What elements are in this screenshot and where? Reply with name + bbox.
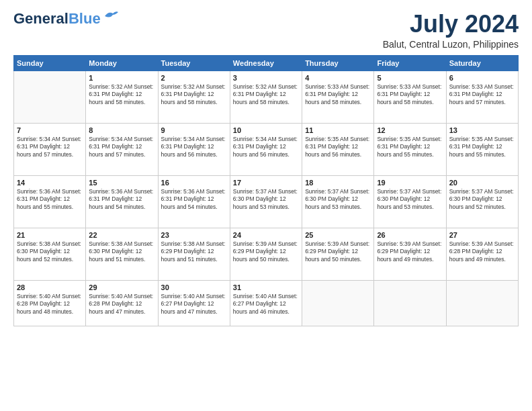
day-info: Sunrise: 5:32 AM Sunset: 6:31 PM Dayligh… [233, 83, 299, 106]
calendar-cell-2-1: 7Sunrise: 5:34 AM Sunset: 6:31 PM Daylig… [14, 123, 86, 175]
day-number: 30 [161, 283, 227, 291]
day-number: 22 [89, 231, 154, 239]
calendar-cell-5-3: 30Sunrise: 5:40 AM Sunset: 6:27 PM Dayli… [158, 280, 230, 326]
day-number: 9 [161, 126, 227, 134]
calendar-cell-5-2: 29Sunrise: 5:40 AM Sunset: 6:28 PM Dayli… [86, 280, 158, 326]
day-number: 20 [449, 179, 515, 187]
day-number: 24 [233, 231, 299, 239]
day-info: Sunrise: 5:39 AM Sunset: 6:29 PM Dayligh… [233, 240, 299, 263]
day-info: Sunrise: 5:38 AM Sunset: 6:29 PM Dayligh… [161, 240, 227, 263]
day-info: Sunrise: 5:33 AM Sunset: 6:31 PM Dayligh… [305, 83, 371, 106]
week-row-5: 28Sunrise: 5:40 AM Sunset: 6:28 PM Dayli… [14, 280, 519, 326]
calendar-cell-4-1: 21Sunrise: 5:38 AM Sunset: 6:30 PM Dayli… [14, 228, 86, 280]
header-sunday: Sunday [14, 55, 86, 71]
day-info: Sunrise: 5:34 AM Sunset: 6:31 PM Dayligh… [89, 136, 154, 158]
calendar-page: GeneralBlue July 2024 Balut, Central Luz… [0, 0, 532, 411]
calendar-cell-3-3: 16Sunrise: 5:36 AM Sunset: 6:31 PM Dayli… [158, 175, 230, 228]
day-number: 21 [17, 231, 83, 239]
day-info: Sunrise: 5:33 AM Sunset: 6:31 PM Dayligh… [377, 83, 443, 106]
week-row-1: 1Sunrise: 5:32 AM Sunset: 6:31 PM Daylig… [14, 71, 519, 123]
calendar-cell-1-7: 6Sunrise: 5:33 AM Sunset: 6:31 PM Daylig… [446, 71, 518, 123]
calendar-cell-2-7: 13Sunrise: 5:35 AM Sunset: 6:31 PM Dayli… [446, 123, 518, 175]
logo-bird-icon [103, 9, 118, 21]
calendar-cell-3-1: 14Sunrise: 5:36 AM Sunset: 6:31 PM Dayli… [14, 175, 86, 228]
calendar-cell-2-2: 8Sunrise: 5:34 AM Sunset: 6:31 PM Daylig… [86, 123, 158, 175]
day-info: Sunrise: 5:32 AM Sunset: 6:31 PM Dayligh… [89, 83, 154, 106]
day-info: Sunrise: 5:39 AM Sunset: 6:29 PM Dayligh… [305, 240, 371, 263]
day-info: Sunrise: 5:40 AM Sunset: 6:28 PM Dayligh… [89, 293, 154, 316]
calendar-cell-4-3: 23Sunrise: 5:38 AM Sunset: 6:29 PM Dayli… [158, 228, 230, 280]
day-number: 25 [305, 231, 371, 239]
day-info: Sunrise: 5:35 AM Sunset: 6:31 PM Dayligh… [305, 136, 371, 158]
day-number: 17 [233, 179, 299, 187]
location-subtitle: Balut, Central Luzon, Philippines [383, 39, 519, 50]
day-number: 31 [233, 283, 299, 291]
header-saturday: Saturday [446, 55, 518, 71]
day-info: Sunrise: 5:32 AM Sunset: 6:31 PM Dayligh… [161, 83, 227, 106]
logo-text: GeneralBlue [13, 11, 101, 27]
calendar-cell-2-6: 12Sunrise: 5:35 AM Sunset: 6:31 PM Dayli… [374, 123, 446, 175]
calendar-cell-1-4: 3Sunrise: 5:32 AM Sunset: 6:31 PM Daylig… [230, 71, 302, 123]
day-info: Sunrise: 5:39 AM Sunset: 6:28 PM Dayligh… [449, 240, 515, 263]
calendar-cell-5-1: 28Sunrise: 5:40 AM Sunset: 6:28 PM Dayli… [14, 280, 86, 326]
calendar-cell-3-5: 18Sunrise: 5:37 AM Sunset: 6:30 PM Dayli… [302, 175, 374, 228]
day-info: Sunrise: 5:34 AM Sunset: 6:31 PM Dayligh… [233, 136, 299, 158]
calendar-cell-4-4: 24Sunrise: 5:39 AM Sunset: 6:29 PM Dayli… [230, 228, 302, 280]
day-info: Sunrise: 5:38 AM Sunset: 6:30 PM Dayligh… [17, 240, 83, 263]
calendar-cell-4-7: 27Sunrise: 5:39 AM Sunset: 6:28 PM Dayli… [446, 228, 518, 280]
day-number: 14 [17, 179, 83, 187]
calendar-cell-4-2: 22Sunrise: 5:38 AM Sunset: 6:30 PM Dayli… [86, 228, 158, 280]
day-number: 18 [305, 179, 371, 187]
day-number: 4 [305, 74, 371, 82]
day-number: 11 [305, 126, 371, 134]
calendar-cell-1-6: 5Sunrise: 5:33 AM Sunset: 6:31 PM Daylig… [374, 71, 446, 123]
day-number: 5 [377, 74, 443, 82]
title-section: July 2024 Balut, Central Luzon, Philippi… [383, 11, 519, 50]
day-number: 13 [449, 126, 515, 134]
day-info: Sunrise: 5:34 AM Sunset: 6:31 PM Dayligh… [17, 136, 83, 158]
calendar-cell-1-2: 1Sunrise: 5:32 AM Sunset: 6:31 PM Daylig… [86, 71, 158, 123]
header-thursday: Thursday [302, 55, 374, 71]
day-info: Sunrise: 5:37 AM Sunset: 6:30 PM Dayligh… [377, 188, 443, 211]
day-info: Sunrise: 5:35 AM Sunset: 6:31 PM Dayligh… [449, 136, 515, 158]
day-number: 16 [161, 179, 227, 187]
day-info: Sunrise: 5:36 AM Sunset: 6:31 PM Dayligh… [161, 188, 227, 211]
day-info: Sunrise: 5:38 AM Sunset: 6:30 PM Dayligh… [89, 240, 154, 263]
calendar-cell-3-4: 17Sunrise: 5:37 AM Sunset: 6:30 PM Dayli… [230, 175, 302, 228]
weekday-header-row: Sunday Monday Tuesday Wednesday Thursday… [14, 55, 519, 71]
calendar-cell-3-7: 20Sunrise: 5:37 AM Sunset: 6:30 PM Dayli… [446, 175, 518, 228]
header-tuesday: Tuesday [158, 55, 230, 71]
day-number: 27 [449, 231, 515, 239]
day-info: Sunrise: 5:35 AM Sunset: 6:31 PM Dayligh… [377, 136, 443, 158]
calendar-cell-1-1 [14, 71, 86, 123]
calendar-cell-2-4: 10Sunrise: 5:34 AM Sunset: 6:31 PM Dayli… [230, 123, 302, 175]
day-info: Sunrise: 5:37 AM Sunset: 6:30 PM Dayligh… [233, 188, 299, 211]
calendar-cell-1-3: 2Sunrise: 5:32 AM Sunset: 6:31 PM Daylig… [158, 71, 230, 123]
day-number: 23 [161, 231, 227, 239]
day-info: Sunrise: 5:40 AM Sunset: 6:28 PM Dayligh… [17, 293, 83, 316]
calendar-cell-3-6: 19Sunrise: 5:37 AM Sunset: 6:30 PM Dayli… [374, 175, 446, 228]
day-info: Sunrise: 5:39 AM Sunset: 6:29 PM Dayligh… [377, 240, 443, 263]
calendar-cell-5-6 [374, 280, 446, 326]
week-row-2: 7Sunrise: 5:34 AM Sunset: 6:31 PM Daylig… [14, 123, 519, 175]
calendar-cell-1-5: 4Sunrise: 5:33 AM Sunset: 6:31 PM Daylig… [302, 71, 374, 123]
header-wednesday: Wednesday [230, 55, 302, 71]
month-year-title: July 2024 [383, 11, 519, 38]
day-number: 19 [377, 179, 443, 187]
day-info: Sunrise: 5:40 AM Sunset: 6:27 PM Dayligh… [161, 293, 227, 316]
day-number: 7 [17, 126, 83, 134]
day-info: Sunrise: 5:37 AM Sunset: 6:30 PM Dayligh… [305, 188, 371, 211]
day-number: 28 [17, 283, 83, 291]
day-number: 8 [89, 126, 154, 134]
calendar-cell-2-5: 11Sunrise: 5:35 AM Sunset: 6:31 PM Dayli… [302, 123, 374, 175]
calendar-cell-2-3: 9Sunrise: 5:34 AM Sunset: 6:31 PM Daylig… [158, 123, 230, 175]
header-friday: Friday [374, 55, 446, 71]
day-info: Sunrise: 5:34 AM Sunset: 6:31 PM Dayligh… [161, 136, 227, 158]
day-number: 26 [377, 231, 443, 239]
logo: GeneralBlue [13, 11, 118, 27]
day-number: 1 [89, 74, 154, 82]
week-row-4: 21Sunrise: 5:38 AM Sunset: 6:30 PM Dayli… [14, 228, 519, 280]
day-info: Sunrise: 5:36 AM Sunset: 6:31 PM Dayligh… [17, 188, 83, 211]
header-monday: Monday [86, 55, 158, 71]
calendar-cell-5-5 [302, 280, 374, 326]
